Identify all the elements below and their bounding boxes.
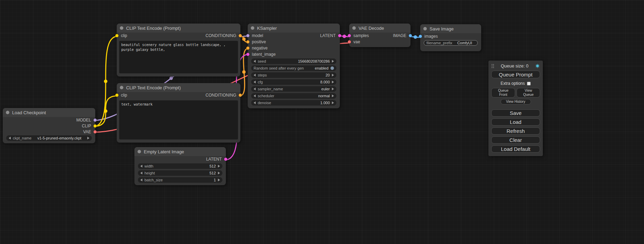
decrement-arrow-icon[interactable]	[254, 101, 256, 104]
output-slot-model[interactable]	[94, 118, 97, 121]
drag-handle-icon[interactable]	[491, 64, 494, 68]
collapse-dot-icon[interactable]	[6, 111, 9, 114]
node-clip-text-encode-negative[interactable]: CLIP Text Encode (Prompt) clip CONDITION…	[117, 83, 240, 143]
node-vae-decode[interactable]: VAE Decode samples IMAGE vae	[349, 24, 411, 47]
widget-seed[interactable]: seed 156680208700286	[251, 58, 336, 64]
input-slot-clip[interactable]	[115, 34, 118, 37]
node-title-bar[interactable]: KSampler	[248, 24, 340, 33]
output-slot-image[interactable]	[409, 34, 412, 37]
widget-height[interactable]: height 512	[138, 170, 222, 176]
prompt-textarea[interactable]: text, watermark	[119, 100, 238, 139]
input-slot-positive[interactable]	[246, 40, 249, 44]
increment-arrow-icon[interactable]	[332, 88, 334, 90]
collapse-dot-icon[interactable]	[251, 26, 254, 30]
input-slot-samples[interactable]	[348, 34, 351, 37]
decrement-arrow-icon[interactable]	[254, 88, 256, 90]
decrement-arrow-icon[interactable]	[140, 165, 142, 168]
node-ksampler[interactable]: KSampler model LATENT positive negative …	[248, 24, 340, 108]
widget-sampler-name[interactable]: sampler_name euler	[251, 86, 336, 92]
save-button[interactable]: Save	[491, 109, 540, 117]
decrement-arrow-icon[interactable]	[140, 172, 142, 174]
node-load-checkpoint[interactable]: Load Checkpoint MODEL CLIP VAE ckpt_name…	[3, 108, 95, 143]
link-midpoint-dot	[343, 35, 346, 38]
increment-arrow-icon[interactable]	[332, 81, 334, 83]
view-history-button[interactable]: View History	[501, 99, 531, 105]
widget-value: v1-5-pruned-emaonly.ckpt	[34, 136, 85, 140]
increment-arrow-icon[interactable]	[218, 179, 220, 181]
toggle-knob-icon[interactable]	[330, 66, 334, 70]
decrement-arrow-icon[interactable]	[254, 60, 256, 63]
node-title-bar[interactable]: CLIP Text Encode (Prompt)	[117, 83, 240, 92]
node-title-bar[interactable]: Load Checkpoint	[3, 108, 95, 117]
increment-arrow-icon[interactable]	[332, 74, 334, 76]
widget-cfg[interactable]: cfg 8.000	[251, 79, 336, 85]
output-slot-conditioning[interactable]	[239, 34, 242, 37]
widget-denoise[interactable]: denoise 1.000	[251, 100, 336, 106]
output-slot-latent[interactable]	[338, 34, 341, 37]
prompt-textarea[interactable]: beautiful scenery nature glass bottle la…	[119, 41, 238, 73]
view-queue-button[interactable]: View Queue	[517, 88, 540, 98]
queue-front-button[interactable]: Queue Front	[491, 88, 515, 98]
collapse-dot-icon[interactable]	[352, 26, 356, 30]
input-slot-negative[interactable]	[246, 47, 249, 50]
collapse-dot-icon[interactable]	[138, 150, 141, 153]
extra-options-checkbox[interactable]	[527, 82, 531, 85]
node-save-image[interactable]: Save Image images filename_prefix ComfyU…	[420, 24, 481, 51]
output-slot-conditioning[interactable]	[239, 94, 242, 97]
input-slot-label: latent_image	[252, 52, 276, 57]
output-slot-vae[interactable]	[94, 130, 97, 133]
node-title-bar[interactable]: Empty Latent Image	[134, 147, 226, 156]
input-slot-clip[interactable]	[115, 94, 118, 97]
decrement-arrow-icon[interactable]	[254, 94, 256, 97]
comfy-menu-panel[interactable]: Queue size: 0 Queue Prompt Extra options…	[488, 61, 543, 156]
widget-batch-size[interactable]: batch_size 1	[138, 177, 222, 183]
collapse-dot-icon[interactable]	[423, 27, 427, 30]
slot-row: VAE	[3, 129, 95, 135]
node-empty-latent-image[interactable]: Empty Latent Image LATENT width 512 heig…	[134, 147, 226, 185]
widget-label: batch_size	[144, 178, 163, 182]
output-slot-clip[interactable]	[94, 124, 97, 127]
decrement-arrow-icon[interactable]	[140, 179, 142, 181]
widget-steps[interactable]: steps 20	[251, 72, 336, 78]
load-default-button[interactable]: Load Default	[491, 145, 540, 153]
collapse-dot-icon[interactable]	[120, 26, 123, 30]
queue-prompt-button[interactable]: Queue Prompt	[491, 71, 540, 78]
widget-scheduler[interactable]: scheduler normal	[251, 93, 336, 99]
increment-arrow-icon[interactable]	[218, 172, 220, 174]
slot-row: images	[420, 33, 481, 39]
input-slot-label: vae	[353, 39, 360, 44]
increment-arrow-icon[interactable]	[332, 94, 334, 97]
node-title-bar[interactable]: VAE Decode	[349, 24, 411, 33]
decrement-arrow-icon[interactable]	[254, 74, 256, 76]
widget-label: ckpt_name	[13, 136, 32, 140]
graph-canvas[interactable]: Load Checkpoint MODEL CLIP VAE ckpt_name…	[0, 0, 644, 244]
decrement-arrow-icon[interactable]	[9, 137, 11, 139]
link-midpoint-dot	[242, 37, 246, 41]
input-slot-images[interactable]	[419, 35, 422, 38]
output-slot-latent[interactable]	[224, 158, 227, 161]
settings-gear-icon[interactable]	[535, 63, 540, 69]
widget-value: 8.000	[320, 80, 330, 84]
widget-label: denoise	[258, 101, 271, 105]
decrement-arrow-icon[interactable]	[254, 81, 256, 83]
increment-arrow-icon[interactable]	[332, 101, 334, 104]
widget-value: 20	[326, 73, 330, 77]
input-slot-label: model	[252, 33, 263, 38]
load-button[interactable]: Load	[491, 118, 540, 126]
collapse-dot-icon[interactable]	[120, 86, 123, 89]
node-clip-text-encode-positive[interactable]: CLIP Text Encode (Prompt) clip CONDITION…	[117, 24, 240, 76]
node-title-bar[interactable]: CLIP Text Encode (Prompt)	[117, 24, 240, 33]
input-slot-latent-image[interactable]	[246, 53, 249, 56]
node-title-bar[interactable]: Save Image	[420, 24, 481, 33]
widget-width[interactable]: width 512	[138, 163, 222, 169]
increment-arrow-icon[interactable]	[218, 165, 220, 168]
increment-arrow-icon[interactable]	[332, 60, 334, 63]
refresh-button[interactable]: Refresh	[491, 127, 540, 135]
clear-button[interactable]: Clear	[491, 136, 540, 144]
input-slot-model[interactable]	[246, 34, 249, 37]
input-slot-vae[interactable]	[348, 40, 351, 44]
widget-filename-prefix[interactable]: filename_prefix ComfyUI	[424, 40, 478, 46]
widget-ckpt-name[interactable]: ckpt_name v1-5-pruned-emaonly.ckpt	[6, 135, 92, 141]
widget-random-seed-toggle[interactable]: Random seed after every gen enabled	[251, 65, 336, 71]
increment-arrow-icon[interactable]	[87, 137, 89, 139]
